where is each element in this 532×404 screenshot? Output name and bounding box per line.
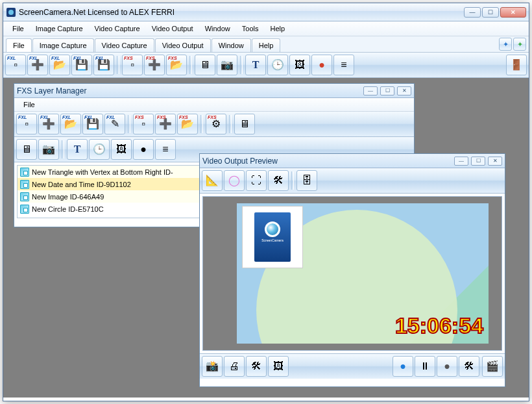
lm-toolbar-1: FXL▫FXL➕FXL📂FXL💾FXL✎FXS▫FXS➕FXS📂FXS⚙🖥 bbox=[14, 112, 414, 137]
export-icon[interactable]: 🎬 bbox=[482, 356, 503, 377]
helper-pin2-icon[interactable]: ✦ bbox=[513, 38, 526, 51]
fxs-add[interactable]: FXS➕ bbox=[144, 55, 165, 75]
tab-window[interactable]: Window bbox=[212, 38, 251, 52]
layer-label: New Triangle with Vertex at Bottom Right… bbox=[32, 168, 173, 176]
lm-menu-file[interactable]: File bbox=[18, 99, 40, 110]
lm-minimize-button[interactable] bbox=[363, 86, 378, 95]
tools-icon[interactable]: 🛠 bbox=[246, 356, 267, 377]
maximize-button[interactable] bbox=[482, 7, 499, 18]
tab-file[interactable]: File bbox=[6, 38, 32, 52]
fxs-new[interactable]: FXS▫ bbox=[133, 114, 154, 134]
menu-image-capture[interactable]: Image Capture bbox=[30, 23, 88, 34]
stop-icon[interactable]: ● bbox=[437, 356, 457, 377]
separator bbox=[128, 115, 130, 133]
pv-minimize-button[interactable] bbox=[454, 157, 468, 166]
lm-maximize-button[interactable] bbox=[380, 86, 394, 95]
fxl-edit[interactable]: FXL✎ bbox=[104, 114, 125, 134]
fxs-new[interactable]: FXS▫ bbox=[122, 55, 143, 75]
print-icon[interactable]: 🖨 bbox=[224, 356, 245, 377]
app-icon bbox=[6, 7, 16, 18]
main-toolbar: FXL▫FXL➕FXL📂FXL💾FXL💾FXS▫FXS➕FXS📂🖥📷T🕒🖼●≡ … bbox=[3, 53, 529, 78]
monitor-icon[interactable]: 🖥 bbox=[234, 114, 255, 134]
image-icon[interactable]: 🖼 bbox=[268, 356, 289, 377]
main-window: ScreenCamera.Net Licensed to ALEX FERRI … bbox=[3, 3, 529, 401]
lm-close-button[interactable] bbox=[397, 86, 411, 95]
main-titlebar[interactable]: ScreenCamera.Net Licensed to ALEX FERRI bbox=[3, 3, 529, 21]
fxl-add[interactable]: FXL➕ bbox=[27, 55, 48, 75]
preview-stage: ScreenCamera 15:06:54 bbox=[237, 203, 489, 344]
tab-help[interactable]: Help bbox=[252, 38, 281, 52]
monitor-icon[interactable]: 🖥 bbox=[16, 139, 37, 160]
exit-button[interactable]: 🚪 bbox=[506, 55, 527, 75]
mdi-area: FXS Layer Manager File FXL▫FXL➕FXL📂FXL💾F… bbox=[3, 78, 529, 398]
layer-icon bbox=[20, 205, 29, 214]
preview-title: Video Output Preview bbox=[202, 157, 454, 166]
menu-file[interactable]: File bbox=[7, 23, 29, 34]
clock-icon[interactable]: 🕒 bbox=[267, 55, 288, 75]
layer-label: New Image ID-646A49 bbox=[32, 193, 104, 201]
fxl-open[interactable]: FXL📂 bbox=[49, 55, 70, 75]
menu-help[interactable]: Help bbox=[265, 23, 290, 34]
preview-window[interactable]: Video Output Preview 📐◯⛶🛠🗄 ScreenCamera bbox=[199, 153, 505, 387]
tools-icon[interactable]: 🛠 bbox=[459, 356, 479, 377]
tab-image-capture[interactable]: Image Capture bbox=[32, 38, 94, 52]
snapshot-icon[interactable]: 📸 bbox=[202, 356, 223, 377]
fxs-add[interactable]: FXS➕ bbox=[155, 114, 176, 134]
color-wheel-icon[interactable]: ◯ bbox=[224, 170, 245, 191]
preview-titlebar[interactable]: Video Output Preview bbox=[200, 154, 505, 168]
helper-pin-icon[interactable]: ✦ bbox=[499, 38, 512, 51]
separator bbox=[229, 115, 232, 133]
monitor-icon[interactable]: 🖥 bbox=[195, 55, 215, 75]
preview-canvas: ScreenCamera 15:06:54 bbox=[202, 196, 502, 351]
separator bbox=[189, 56, 192, 74]
menu-tools[interactable]: Tools bbox=[237, 23, 264, 34]
menu-video-output[interactable]: Video Output bbox=[147, 23, 199, 34]
ruler-icon[interactable]: 📐 bbox=[202, 170, 223, 191]
datetime-layer: 15:06:54 bbox=[395, 313, 483, 338]
pv-maximize-button[interactable] bbox=[471, 157, 485, 166]
menu-video-capture[interactable]: Video Capture bbox=[90, 23, 145, 34]
image-icon[interactable]: 🖼 bbox=[111, 139, 132, 160]
tools-icon[interactable]: 🛠 bbox=[268, 170, 289, 191]
fxl-open[interactable]: FXL📂 bbox=[60, 114, 81, 134]
layer-label: New Circle ID-E5710C bbox=[32, 205, 104, 213]
fxs-options[interactable]: FXS⚙ bbox=[206, 114, 226, 134]
menu-window[interactable]: Window bbox=[200, 23, 236, 34]
text-icon[interactable]: T bbox=[245, 55, 266, 75]
tab-video-output[interactable]: Video Output bbox=[155, 38, 211, 52]
clock-icon[interactable]: 🕒 bbox=[89, 139, 110, 160]
layer-icon bbox=[20, 168, 29, 177]
pause-icon[interactable]: ⏸ bbox=[415, 356, 435, 377]
close-button[interactable] bbox=[500, 7, 526, 18]
fxl-add[interactable]: FXL➕ bbox=[38, 114, 59, 134]
fxl-save[interactable]: FXL💾 bbox=[82, 114, 103, 134]
record-icon[interactable]: ● bbox=[393, 356, 413, 377]
layer-icon bbox=[20, 180, 29, 189]
database-icon[interactable]: 🗄 bbox=[296, 170, 317, 191]
preview-bottombar: 📸🖨🛠🖼●⏸●🛠🎬 bbox=[200, 353, 505, 379]
fxl-save-as[interactable]: FXL💾 bbox=[93, 55, 114, 75]
layer-manager-title: FXS Layer Manager bbox=[17, 86, 363, 95]
preview-toolbar: 📐◯⛶🛠🗄 bbox=[200, 168, 505, 194]
fxs-open[interactable]: FXS📂 bbox=[177, 114, 198, 134]
shape-icon[interactable]: ● bbox=[311, 55, 332, 75]
list-icon[interactable]: ≡ bbox=[155, 139, 176, 160]
fxl-new[interactable]: FXL▫ bbox=[16, 114, 37, 134]
webcam-icon[interactable]: 📷 bbox=[217, 55, 237, 75]
list-icon[interactable]: ≡ bbox=[333, 55, 354, 75]
separator bbox=[240, 56, 243, 74]
fxl-new[interactable]: FXL▫ bbox=[5, 55, 26, 75]
webcam-icon[interactable]: 📷 bbox=[38, 139, 59, 160]
tab-video-capture[interactable]: Video Capture bbox=[95, 38, 154, 52]
fxl-save[interactable]: FXL💾 bbox=[71, 55, 92, 75]
layer-icon bbox=[20, 192, 29, 201]
shape-icon[interactable]: ● bbox=[133, 139, 154, 160]
image-icon[interactable]: 🖼 bbox=[289, 55, 310, 75]
fit-screen-icon[interactable]: ⛶ bbox=[246, 170, 267, 191]
text-icon[interactable]: T bbox=[67, 139, 88, 160]
separator bbox=[62, 140, 64, 158]
pv-close-button[interactable] bbox=[488, 157, 502, 166]
fxs-open[interactable]: FXS📂 bbox=[166, 55, 187, 75]
minimize-button[interactable] bbox=[464, 7, 481, 18]
layer-manager-titlebar[interactable]: FXS Layer Manager bbox=[14, 84, 414, 98]
